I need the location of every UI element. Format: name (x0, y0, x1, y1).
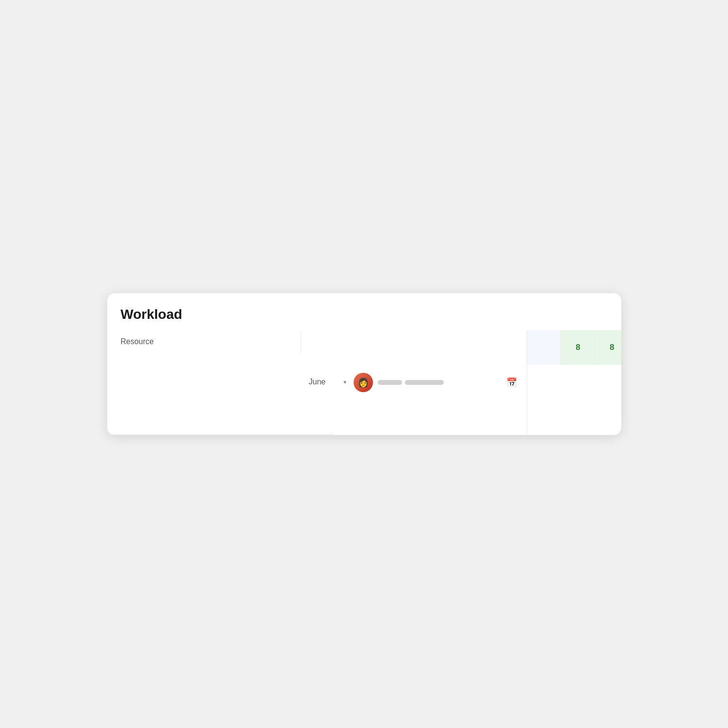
cal-cell: 8 (595, 330, 621, 365)
app-container: Workload Resource June ▼ 👩 📅 (107, 293, 621, 435)
avatar: 👩 (354, 373, 373, 392)
cal-cell-empty (527, 330, 561, 365)
resource-name-block (378, 380, 502, 385)
resource-column-header: Resource (107, 330, 301, 353)
workload-grid: Resource June ▼ 👩 📅 8 (107, 330, 621, 435)
name-placeholder (405, 380, 444, 385)
calendar-icon[interactable]: 📅 (506, 377, 517, 388)
resource-info: ▼ 👩 📅 (333, 330, 527, 435)
name-placeholder (378, 380, 402, 385)
cal-cell: 8 (561, 330, 595, 365)
month-header: June (301, 370, 334, 394)
expand-chevron[interactable]: ▼ (341, 380, 349, 385)
resource-row: ▼ 👩 📅 8 8 8 8 8 4 (333, 330, 621, 435)
page-title: Workload (107, 293, 621, 330)
